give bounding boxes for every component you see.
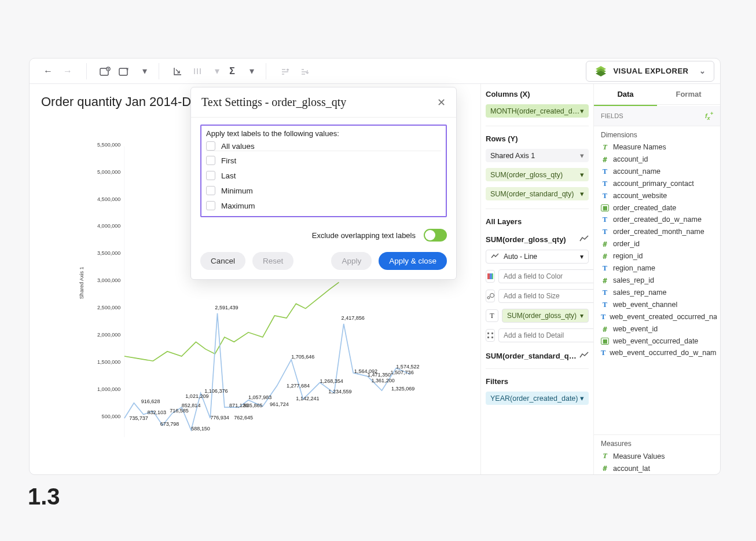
- filter-pill[interactable]: YEAR(order_created_date) ▾: [486, 392, 589, 405]
- chevron-down-icon[interactable]: ▾: [580, 151, 584, 160]
- chevron-down-icon[interactable]: ▾: [249, 65, 254, 76]
- field-name: account_id: [613, 155, 648, 163]
- chevron-down-icon[interactable]: ▾: [215, 65, 219, 76]
- checkbox-icon[interactable]: [206, 141, 215, 151]
- chevron-down-icon[interactable]: ▾: [580, 394, 584, 403]
- field-item[interactable]: Tregion_name: [597, 262, 717, 275]
- color-field-input[interactable]: [498, 269, 594, 283]
- checkbox-row-min[interactable]: Minimum: [206, 186, 441, 195]
- checkbox-icon[interactable]: [206, 201, 215, 210]
- sigma-icon[interactable]: Σ: [225, 64, 239, 78]
- field-item[interactable]: Torder_created_month_name: [597, 226, 717, 238]
- size-icon: [486, 290, 495, 302]
- data-label: 1,142,241: [296, 396, 319, 401]
- columns-pill[interactable]: MONTH(order_created_d… ▾: [486, 104, 589, 118]
- layer-standard-header[interactable]: SUM(order_standard_q…: [486, 352, 589, 360]
- field-item[interactable]: TMeasure Names: [597, 141, 717, 153]
- apply-close-button[interactable]: Apply & close: [379, 252, 447, 270]
- field-item[interactable]: Torder_created_do_w_name: [597, 214, 717, 226]
- chevron-down-icon[interactable]: ▾: [142, 65, 147, 76]
- sidebar-tabs: Data Format: [594, 84, 720, 105]
- row-pill-gloss[interactable]: SUM(order_gloss_qty) ▾: [486, 168, 589, 181]
- detail-shelf[interactable]: [486, 328, 589, 342]
- fields-header: FIELDS fx+: [594, 106, 720, 126]
- row-pill-standard[interactable]: SUM(order_standard_qty) ▾: [486, 187, 589, 200]
- remove-page-icon[interactable]: [118, 64, 132, 78]
- config-panel: Columns (X) MONTH(order_created_d… ▾ Row…: [481, 84, 594, 474]
- data-label: 1,057,983: [248, 394, 271, 400]
- field-item[interactable]: Tsales_rep_name: [597, 287, 717, 299]
- data-label: 1,277,684: [287, 383, 310, 389]
- field-name: web_event_id: [613, 325, 658, 333]
- field-item[interactable]: ▦order_created_date: [597, 202, 717, 214]
- exclude-overlap-toggle[interactable]: ✓: [424, 229, 447, 242]
- fx-add-icon[interactable]: fx+: [705, 111, 713, 121]
- svg-point-10: [487, 297, 490, 299]
- field-name: region_id: [613, 252, 643, 260]
- data-label: 961,724: [270, 401, 289, 407]
- field-item[interactable]: #region_id: [597, 250, 717, 262]
- checkbox-icon[interactable]: [206, 156, 215, 165]
- swap-axes-icon[interactable]: [171, 64, 185, 78]
- checkbox-row-last[interactable]: Last: [206, 171, 441, 180]
- field-item[interactable]: Tweb_event_created_occurred_na...: [597, 311, 717, 323]
- chevron-down-icon[interactable]: ▾: [580, 107, 584, 115]
- detail-field-input[interactable]: [498, 328, 594, 342]
- reset-button[interactable]: Reset: [252, 252, 293, 270]
- measures-list: TMeasure Values#account_lat: [594, 450, 720, 474]
- chevron-down-icon[interactable]: ▾: [580, 170, 584, 179]
- chart-type-selector[interactable]: Auto - Line ▾: [486, 250, 589, 264]
- chevron-down-icon[interactable]: ▾: [580, 312, 583, 320]
- svg-rect-7: [487, 273, 490, 279]
- text-shelf[interactable]: T SUM(order_gloss_qty) ▾: [486, 309, 589, 323]
- layer-gloss-header[interactable]: SUM(order_gloss_qty): [486, 235, 589, 244]
- add-page-icon[interactable]: [98, 64, 112, 78]
- tab-format[interactable]: Format: [657, 84, 720, 104]
- y-tick-label: 4,500,000: [97, 196, 120, 202]
- checkbox-row-all[interactable]: All values: [206, 141, 441, 151]
- visual-explorer-button[interactable]: VISUAL EXPLORER ⌄: [586, 61, 714, 82]
- checkbox-row-max[interactable]: Maximum: [206, 201, 441, 210]
- tab-data[interactable]: Data: [594, 84, 657, 104]
- field-item[interactable]: Taccount_primary_contact: [597, 178, 717, 190]
- field-item[interactable]: #order_id: [597, 238, 717, 250]
- chevron-down-icon[interactable]: ▾: [580, 189, 584, 198]
- text-type-icon: T: [601, 301, 609, 309]
- color-shelf[interactable]: [486, 269, 589, 283]
- data-label: 1,021,209: [185, 393, 208, 399]
- field-item[interactable]: #account_lat: [597, 462, 717, 474]
- text-settings-dialog: Text Settings - order_gloss_qty ✕ Apply …: [190, 87, 457, 280]
- field-item[interactable]: Tweb_event_occurred_do_w_name: [597, 347, 717, 359]
- checkbox-icon[interactable]: [206, 186, 215, 195]
- field-item[interactable]: #web_event_id: [597, 323, 717, 335]
- field-item[interactable]: TMeasure Values: [597, 450, 717, 462]
- dimensions-list: TMeasure Names#account_idTaccount_nameTa…: [594, 141, 720, 359]
- size-field-input[interactable]: [498, 289, 594, 303]
- size-shelf[interactable]: [486, 289, 589, 303]
- svg-rect-15: [491, 337, 493, 338]
- data-label: 832,103: [147, 410, 166, 415]
- data-sidebar: Data Format FIELDS fx+ Dimensions TMeasu…: [594, 84, 720, 474]
- shared-axis-row[interactable]: Shared Axis 1 ▾: [486, 149, 589, 162]
- field-item[interactable]: Taccount_website: [597, 190, 717, 202]
- field-item[interactable]: Tweb_event_channel: [597, 299, 717, 311]
- columns-icon[interactable]: [190, 64, 204, 78]
- field-item[interactable]: ▦web_event_occurred_date: [597, 335, 717, 347]
- checkbox-row-first[interactable]: First: [206, 156, 441, 165]
- chevron-down-icon[interactable]: ▾: [580, 253, 583, 261]
- line-chart-icon: [579, 352, 589, 360]
- data-label: 716,585: [170, 408, 189, 414]
- close-icon[interactable]: ✕: [437, 96, 446, 109]
- field-item[interactable]: Taccount_name: [597, 166, 717, 178]
- back-icon[interactable]: ←: [41, 64, 55, 78]
- y-tick-label: 1,500,000: [97, 359, 120, 365]
- text-type-icon: T: [601, 167, 609, 176]
- chevron-down-icon[interactable]: ⌄: [699, 67, 706, 75]
- field-item[interactable]: #sales_rep_id: [597, 275, 717, 287]
- text-type-icon: T: [601, 180, 609, 188]
- text-shelf-pill[interactable]: SUM(order_gloss_qty) ▾: [502, 309, 589, 323]
- cancel-button[interactable]: Cancel: [200, 252, 245, 270]
- checkbox-icon[interactable]: [206, 171, 215, 180]
- field-item[interactable]: #account_id: [597, 153, 717, 166]
- apply-button[interactable]: Apply: [331, 252, 372, 270]
